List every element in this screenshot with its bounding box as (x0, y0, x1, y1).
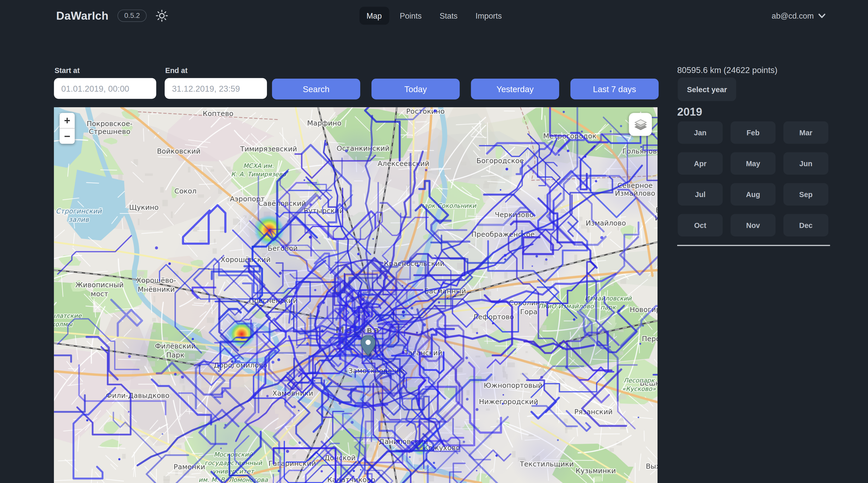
month-grid: JanFebMarAprMayJunJulAugSepOctNovDec (678, 121, 828, 236)
version-badge: 0.5.2 (118, 9, 147, 22)
month-button-jun[interactable]: Jun (783, 152, 828, 174)
year-heading: 2019 (677, 106, 702, 119)
tab-map[interactable]: Map (359, 7, 389, 25)
zoom-in-button[interactable]: + (60, 113, 74, 128)
chevron-down-icon (818, 13, 826, 19)
yesterday-button[interactable]: Yesterday (471, 78, 559, 99)
tab-imports[interactable]: Imports (468, 7, 509, 25)
month-button-sep[interactable]: Sep (783, 183, 828, 205)
month-button-feb[interactable]: Feb (731, 121, 776, 144)
header: DaWarIch 0.5.2 MapPointsStatsImports ab@… (0, 0, 868, 31)
month-button-mar[interactable]: Mar (783, 121, 828, 144)
brand: DaWarIch 0.5.2 (56, 0, 168, 31)
main-nav: MapPointsStatsImports (359, 0, 509, 31)
zoom-out-button[interactable]: − (60, 129, 74, 144)
month-button-jan[interactable]: Jan (678, 121, 723, 144)
month-button-dec[interactable]: Dec (783, 214, 828, 236)
search-button[interactable]: Search (272, 78, 360, 99)
select-year-button[interactable]: Select year (678, 77, 736, 101)
tab-points[interactable]: Points (392, 7, 429, 25)
end-at-input[interactable] (165, 78, 267, 99)
today-button[interactable]: Today (371, 78, 460, 99)
map-pin-icon[interactable] (361, 335, 375, 355)
layers-icon (633, 117, 648, 132)
start-at-input[interactable] (54, 78, 156, 99)
distance-stats: 80595.6 km (24622 points) (677, 65, 778, 74)
zoom-control: + − (60, 113, 74, 144)
month-button-may[interactable]: May (731, 152, 776, 174)
sun-icon[interactable] (156, 9, 168, 22)
user-menu[interactable]: ab@cd.com (772, 0, 826, 31)
last-7-days-button[interactable]: Last 7 days (570, 78, 658, 99)
map-canvas[interactable] (54, 107, 657, 483)
month-button-nov[interactable]: Nov (731, 214, 776, 236)
month-button-apr[interactable]: Apr (678, 152, 723, 174)
end-at-label: End at (165, 65, 187, 75)
user-email: ab@cd.com (772, 11, 814, 20)
month-button-oct[interactable]: Oct (678, 214, 723, 236)
app-title: DaWarIch (56, 9, 108, 22)
start-at-label: Start at (54, 65, 80, 75)
map: + − (54, 107, 657, 483)
sidebar-divider (677, 245, 830, 246)
month-button-aug[interactable]: Aug (731, 183, 776, 205)
month-button-jul[interactable]: Jul (678, 183, 723, 205)
tab-stats[interactable]: Stats (432, 7, 465, 25)
layers-control[interactable] (629, 113, 652, 136)
app-root: DaWarIch 0.5.2 MapPointsStatsImports ab@… (0, 0, 868, 483)
